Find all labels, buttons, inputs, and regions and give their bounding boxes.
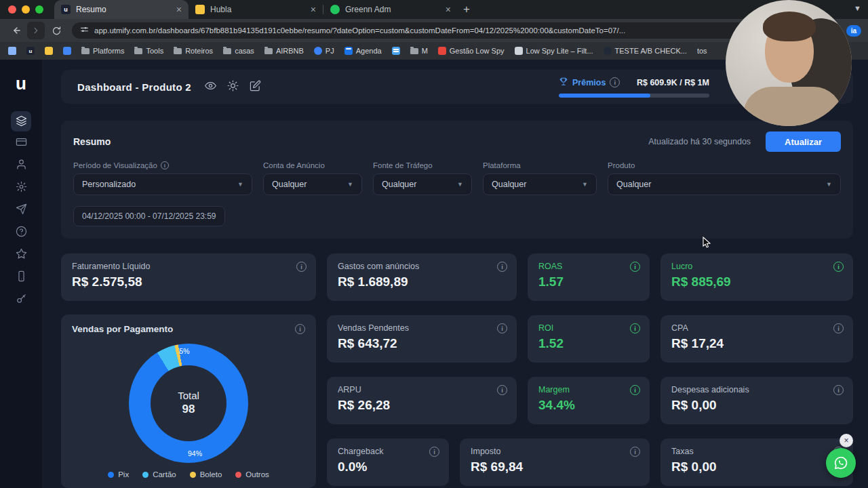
premios-progress-track (559, 94, 709, 98)
chat-close-icon[interactable]: × (840, 434, 853, 447)
calendar-icon (344, 47, 353, 55)
periodo-select[interactable]: Personalizado▼ (73, 174, 252, 195)
bookmark-label: casas (235, 47, 254, 55)
bookmark-apps[interactable] (8, 47, 16, 55)
bookmark-folder-roteiros[interactable]: Roteiros (174, 47, 213, 55)
card-label: Lucro (671, 262, 842, 271)
card-label: ROAS (538, 262, 639, 271)
folder-icon (174, 48, 182, 54)
date-range-input[interactable]: 04/12/2025 00:00 - 07/12/2025 23:59 (73, 206, 225, 226)
bookmark-pj[interactable]: PJ (314, 47, 334, 55)
profile-badge[interactable]: ia (846, 25, 861, 37)
page-header-actions (205, 80, 261, 94)
utmify-logo[interactable]: u (16, 75, 26, 92)
close-window-button[interactable] (8, 5, 16, 14)
info-icon[interactable]: i (610, 77, 620, 87)
send-icon (16, 203, 27, 218)
tab-search-chevron-icon[interactable]: ▼ (854, 4, 861, 12)
tab-close-icon[interactable]: × (176, 5, 182, 14)
info-icon[interactable]: i (497, 262, 507, 272)
card-imposto: Imposto R$ 69,84 i (460, 439, 650, 486)
reload-icon[interactable] (47, 22, 65, 39)
tab-hubla[interactable]: Hubla × (189, 0, 323, 19)
site-favicon-icon (63, 47, 71, 55)
info-icon[interactable]: i (833, 262, 844, 272)
bookmark-folder-airbnb[interactable]: AIRBNB (264, 47, 304, 55)
sidebar-item-billing[interactable] (9, 132, 33, 155)
info-icon[interactable]: i (630, 385, 640, 395)
refresh-button[interactable]: Atualizar (766, 131, 841, 152)
bookmark-low-spy-lite[interactable]: Low Spy Lite – Filt... (515, 47, 593, 55)
fonte-trafego-select[interactable]: Qualquer▼ (373, 174, 472, 195)
page-title: Dashboard - Produto 2 (77, 81, 191, 93)
sidebar-item-dashboards[interactable] (9, 110, 33, 132)
url-text: app.utmify.com.br/dashboards/67bfb881b94… (94, 26, 625, 35)
legend-pix: Pix (108, 470, 129, 479)
back-icon[interactable] (7, 22, 24, 39)
info-icon[interactable]: i (833, 323, 844, 333)
bookmark-folder-m[interactable]: M (410, 47, 428, 55)
eye-icon[interactable] (205, 80, 216, 94)
tab-resumo[interactable]: u Resumo × (54, 0, 189, 19)
bookmark-hubla[interactable] (45, 47, 53, 55)
bookmark-site[interactable] (63, 47, 71, 55)
produto-select[interactable]: Qualquer▼ (608, 174, 841, 195)
info-icon[interactable]: i (630, 323, 640, 333)
forward-icon[interactable] (27, 22, 45, 39)
sidebar-item-integrations[interactable] (9, 199, 33, 222)
bookmark-folder-tools[interactable]: Tools (134, 47, 163, 55)
info-icon[interactable]: i (295, 324, 305, 334)
sidebar-item-account[interactable] (9, 155, 33, 177)
bookmark-utmify[interactable]: u (26, 47, 35, 55)
info-icon[interactable]: i (296, 262, 307, 272)
card-value: 0.0% (338, 460, 438, 474)
info-icon[interactable]: i (630, 447, 640, 457)
bookmark-gestao-low-spy[interactable]: Gestão Low Spy (438, 47, 505, 55)
filter-conta-anuncio: Conta de Anúncio Qualquer▼ (263, 161, 362, 226)
site-info-icon[interactable] (80, 24, 89, 37)
bookmark-agenda[interactable]: Agenda (344, 47, 382, 55)
info-icon[interactable]: i (833, 385, 844, 395)
hubla-favicon-icon (45, 47, 53, 55)
sidebar-item-mobile[interactable] (9, 266, 33, 289)
resumo-panel: Resumo Atualizado há 30 segundos Atualiz… (61, 121, 853, 239)
bookmark-tos[interactable]: tos (697, 47, 707, 55)
bookmark-site2[interactable] (392, 47, 400, 55)
conta-anuncio-select[interactable]: Qualquer▼ (263, 174, 362, 195)
chevron-down-icon: ▼ (347, 181, 353, 188)
legend-outros: Outros (235, 470, 269, 479)
bookmark-folder-platforms[interactable]: Platforms (81, 47, 124, 55)
tab-close-icon[interactable]: × (311, 5, 316, 14)
whatsapp-button[interactable] (826, 448, 856, 478)
bookmark-label: tos (697, 47, 707, 55)
sidebar-item-settings[interactable] (9, 177, 33, 199)
info-icon[interactable]: i (161, 161, 169, 169)
plataforma-select[interactable]: Qualquer▼ (483, 174, 597, 195)
sidebar-item-help[interactable] (9, 222, 33, 244)
card-value: R$ 17,24 (671, 336, 842, 351)
info-icon[interactable]: i (497, 385, 507, 395)
sidebar-item-favorites[interactable] (9, 244, 33, 266)
bookmark-folder-casas[interactable]: casas (223, 47, 254, 55)
filter-fonte-trafego: Fonte de Tráfego Qualquer▼ (373, 161, 472, 226)
minimize-window-button[interactable] (22, 5, 30, 14)
info-icon[interactable]: i (497, 323, 507, 333)
edit-icon[interactable] (250, 80, 261, 94)
site-favicon-icon (604, 47, 612, 55)
site-favicon-icon (515, 47, 523, 55)
address-bar[interactable]: app.utmify.com.br/dashboards/67bfb881b94… (72, 22, 819, 39)
info-icon[interactable]: i (630, 262, 640, 272)
bookmark-teste-ab[interactable]: TESTE A/B CHECK... (604, 47, 687, 55)
webcam-overlay (726, 0, 852, 126)
tab-greenn-adm[interactable]: Greenn Adm × (323, 0, 458, 19)
app-sidebar: u (0, 60, 42, 488)
tab-close-icon[interactable]: × (446, 5, 451, 14)
premios-widget[interactable]: Prêmios i R$ 609.9K / R$ 1M (559, 77, 709, 98)
chart-legend: Pix Cartão Boleto Outros (72, 470, 305, 480)
zoom-window-button[interactable] (35, 5, 43, 14)
sidebar-item-access[interactable] (9, 289, 33, 311)
info-icon[interactable]: i (429, 447, 439, 457)
card-value: R$ 69,84 (471, 460, 639, 474)
new-tab-button[interactable]: + (458, 1, 475, 18)
sun-icon[interactable] (227, 80, 239, 94)
